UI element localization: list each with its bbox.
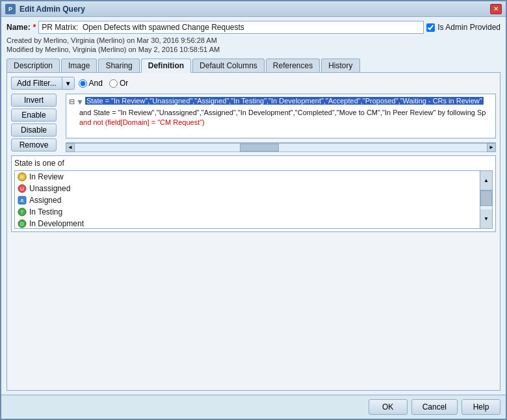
tab-sharing[interactable]: Sharing <box>98 59 139 72</box>
title-bar: P Edit Admin Query ✕ <box>1 1 506 17</box>
footer-row: OK Cancel Help <box>1 395 506 419</box>
state-item-assigned[interactable]: A Assigned <box>15 194 480 206</box>
tab-description[interactable]: Description <box>6 59 60 72</box>
tabs-row: Description Image Sharing Definition Def… <box>6 59 500 73</box>
filter-toolbar: Add Filter... ▼ And Or <box>11 77 496 90</box>
remove-button[interactable]: Remove <box>11 138 57 151</box>
name-input[interactable] <box>38 21 424 34</box>
invert-button[interactable]: Invert <box>11 94 57 107</box>
cancel-button[interactable]: Cancel <box>411 399 458 415</box>
state-list-scrollbar[interactable]: ▲ ▼ <box>480 170 493 229</box>
filter-line-2: and State = "In Review","Unassigned","As… <box>69 109 493 116</box>
state-icon-assigned: A <box>18 196 27 205</box>
and-or-group: And Or <box>79 79 129 88</box>
enable-button[interactable]: Enable <box>11 109 57 122</box>
state-icon-in-development: D <box>18 219 27 228</box>
or-radio-label[interactable]: Or <box>109 79 128 88</box>
filter-definition-wrapper: ⊟ ▼ State = "In Review","Unassigned","As… <box>66 94 496 151</box>
help-button[interactable]: Help <box>462 399 500 415</box>
state-item-in-development[interactable]: D In Development <box>15 218 480 229</box>
left-buttons: Invert Enable Disable Remove <box>11 94 57 151</box>
ok-button[interactable]: OK <box>369 399 408 415</box>
state-panel-wrapper: State is one of R In Review <box>11 155 496 386</box>
state-item-in-review[interactable]: R In Review <box>15 171 480 183</box>
state-panel: State is one of R In Review <box>11 155 496 232</box>
scroll-thumb[interactable] <box>240 144 279 151</box>
is-admin-checkbox[interactable] <box>426 23 435 32</box>
filter-lines: ⊟ ▼ State = "In Review","Unassigned","As… <box>66 94 495 129</box>
scroll-up-button[interactable]: ▲ <box>480 171 492 190</box>
svg-text:A: A <box>20 198 24 203</box>
state-label-in-review: In Review <box>29 172 64 181</box>
state-icon-unassigned: U <box>18 184 27 193</box>
name-row: Name: * Is Admin Provided <box>6 21 500 34</box>
add-filter-dropdown-arrow[interactable]: ▼ <box>62 77 75 90</box>
state-label-in-development: In Development <box>29 219 84 228</box>
edit-admin-query-window: P Edit Admin Query ✕ Name: * Is Admin Pr… <box>0 0 507 420</box>
required-asterisk: * <box>33 23 36 32</box>
and-radio-label[interactable]: And <box>79 79 103 88</box>
and-radio[interactable] <box>79 79 87 88</box>
modified-info: Modified by Merlino, Virginia (Merlino) … <box>6 46 500 53</box>
or-radio[interactable] <box>109 79 118 88</box>
add-filter-group: Add Filter... ▼ <box>11 77 75 90</box>
definition-section: Invert Enable Disable Remove ⊟ ▼ State = <box>11 94 496 151</box>
disable-button[interactable]: Disable <box>11 124 57 137</box>
scroll-down-button[interactable]: ▼ <box>480 209 492 228</box>
add-filter-button[interactable]: Add Filter... <box>11 77 62 90</box>
close-button[interactable]: ✕ <box>490 4 502 14</box>
state-list[interactable]: R In Review U Unassigned <box>14 170 480 229</box>
name-label: Name: <box>6 23 31 32</box>
tab-content-definition: Add Filter... ▼ And Or <box>6 73 500 391</box>
tab-history[interactable]: History <box>321 59 359 72</box>
window-title: Edit Admin Query <box>20 5 85 14</box>
filter-line-3-text: and not (field[Domain] = "CM Request") <box>79 118 205 126</box>
content-area: Name: * Is Admin Provided Created by Mer… <box>1 17 506 395</box>
state-list-container: R In Review U Unassigned <box>14 170 493 229</box>
scroll-track-v <box>480 190 492 209</box>
scroll-left-button[interactable]: ◄ <box>66 143 75 152</box>
title-bar-left: P Edit Admin Query <box>5 4 85 14</box>
is-admin-row: Is Admin Provided <box>426 23 500 32</box>
filter-line-1: ⊟ ▼ State = "In Review","Unassigned","As… <box>69 97 493 107</box>
filter-line-3: and not (field[Domain] = "CM Request") <box>69 118 493 126</box>
collapse-icon: ⊟ <box>69 98 75 106</box>
scroll-thumb-v <box>480 190 492 206</box>
state-icon-in-review: R <box>18 172 27 181</box>
svg-text:T: T <box>21 209 24 215</box>
filter-definition-area[interactable]: ⊟ ▼ State = "In Review","Unassigned","As… <box>66 94 496 138</box>
tab-default-columns[interactable]: Default Columns <box>192 59 265 72</box>
state-label-assigned: Assigned <box>29 196 61 205</box>
state-icon-in-testing: T <box>18 207 27 217</box>
horizontal-scrollbar[interactable]: ◄ ► <box>66 142 496 151</box>
is-admin-label: Is Admin Provided <box>437 23 500 32</box>
svg-text:U: U <box>20 186 24 192</box>
and-label: And <box>89 79 103 88</box>
tab-definition[interactable]: Definition <box>141 59 191 73</box>
state-panel-label: State is one of <box>14 159 493 168</box>
state-label-unassigned: Unassigned <box>29 184 70 193</box>
tab-references[interactable]: References <box>266 59 320 72</box>
filter-line-2-text: and State = "In Review","Unassigned","As… <box>79 109 486 116</box>
scroll-track[interactable] <box>75 143 487 152</box>
created-info: Created by Merlino, Virginia (Merlino) o… <box>6 36 500 44</box>
scroll-right-button[interactable]: ► <box>487 143 496 152</box>
svg-text:R: R <box>20 174 24 180</box>
state-item-in-testing[interactable]: T In Testing <box>15 206 480 218</box>
window-icon: P <box>5 4 16 14</box>
tab-image[interactable]: Image <box>61 59 97 72</box>
state-label-in-testing: In Testing <box>29 207 62 217</box>
or-label: Or <box>120 79 128 88</box>
state-item-unassigned[interactable]: U Unassigned <box>15 183 480 194</box>
svg-text:D: D <box>20 221 24 227</box>
filter-funnel-icon: ▼ <box>76 98 84 107</box>
filter-line-1-text: State = "In Review","Unassigned","Assign… <box>85 97 484 105</box>
